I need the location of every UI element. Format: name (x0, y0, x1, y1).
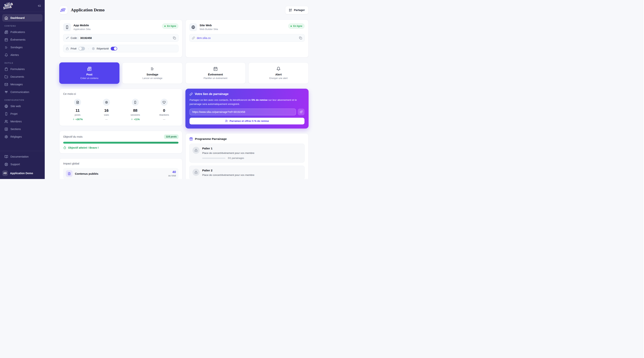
goal-title: Objectif du mois (63, 135, 82, 138)
heart-icon (161, 99, 168, 106)
life-buoy-icon (4, 163, 8, 166)
sidebar-item-label: Événements (10, 38, 26, 41)
impact-row: Contenus publiés 40 au total (63, 168, 178, 179)
status-cards-row: App Mobile Application Silia En ligne Co… (59, 19, 308, 57)
eye-target-icon (103, 99, 110, 106)
site-web-title: Site Web (200, 23, 218, 27)
open-link-button[interactable] (298, 109, 304, 115)
app-mobile-card: App Mobile Application Silia En ligne Co… (59, 19, 182, 57)
action-sondage[interactable]: Sondage Lancer un sondage (122, 62, 182, 84)
action-post[interactable]: Post Créer un contenu (59, 62, 120, 84)
sidebar-item-sondages[interactable]: Sondages (2, 43, 42, 51)
sidebar-item-label: Sections (10, 128, 21, 131)
sidebar-item-sections[interactable]: Sections (2, 125, 42, 133)
status-label: En ligne (293, 25, 302, 27)
copy-icon[interactable] (299, 36, 302, 39)
stat-value: 11 (63, 108, 92, 113)
user-plus-icon (225, 120, 228, 122)
sidebar-item-dashboard[interactable]: Dashboard (2, 14, 42, 21)
toggle-repertorie[interactable] (111, 47, 117, 50)
goal-progress-fill (63, 142, 178, 144)
sidebar: silia silia Dashboard CONTENU Publicatio… (0, 0, 45, 179)
action-evenement[interactable]: Événement Planifier un événement (186, 62, 246, 84)
globe-icon (189, 23, 197, 31)
sidebar-item-label: Documents (10, 75, 24, 78)
main-content: silia silia Application Demo Partager Ap… (45, 0, 322, 179)
sidebar-item-membres[interactable]: Membres (2, 118, 42, 125)
stat-trend: +11% (121, 118, 150, 121)
file-text-icon (74, 99, 81, 106)
tier-palier-2: Palier 2 Place de concert/événement pour… (189, 166, 305, 179)
sidebar-item-messages[interactable]: Messages (2, 81, 42, 88)
sidebar-item-formulaires[interactable]: Formulaires (2, 65, 42, 73)
referral-program-title: Programme Parrainage (195, 137, 227, 141)
code-value: 30192458 (80, 36, 92, 39)
goal-badge: 11/5 posts (164, 134, 178, 139)
referral-program-card: Programme Parrainage Palier 1 Place de c… (186, 133, 308, 179)
online-dot (290, 25, 292, 27)
sidebar-item-label: Communication (10, 90, 29, 93)
folder-icon (4, 75, 8, 79)
tier-title: Palier 2 (202, 169, 254, 172)
sidebar-item-support[interactable]: Support (2, 161, 42, 168)
circle-dot-icon (92, 47, 95, 50)
align-left-icon (150, 67, 154, 71)
sidebar-item-publications[interactable]: Publications (2, 28, 42, 36)
smartphone-icon (63, 23, 71, 31)
sidebar-item-documents[interactable]: Documents (2, 73, 42, 80)
stat-trend: — (150, 118, 178, 121)
sidebar-header: silia silia (0, 0, 45, 12)
referral-url-input[interactable]: https://www.silia.co/parrainage?ref=3019… (190, 109, 296, 115)
mail-icon (4, 83, 8, 86)
page-header-left: silia silia Application Demo (59, 6, 104, 14)
toggle-prive[interactable] (78, 47, 85, 50)
referral-link-card: Votre lien de parrainage Partagez ce lie… (186, 89, 308, 128)
action-title: Événement (208, 73, 223, 76)
key-icon (66, 36, 69, 39)
external-link-icon (300, 110, 302, 113)
app-mobile-subtitle: Application Silia (74, 28, 90, 30)
copy-icon[interactable] (173, 36, 176, 39)
sidebar-item-communication[interactable]: Communication (2, 88, 42, 96)
avatar: AD (2, 170, 8, 176)
lock-icon (66, 47, 69, 50)
qr-code-icon (289, 8, 292, 12)
action-subtitle: Lancer un sondage (142, 77, 162, 79)
sidebar-item-label: Messages (10, 83, 23, 86)
stat-trend: — (92, 118, 121, 121)
share-button[interactable]: Partager (285, 6, 308, 14)
gear-icon (4, 135, 8, 139)
action-alert[interactable]: Alert Envoyer une alert (248, 62, 308, 84)
globe-icon (4, 104, 8, 108)
referral-description: Partagez ce lien avec vos contacts. Ils … (190, 98, 304, 106)
impact-title: Impact global (63, 162, 178, 165)
home-icon (4, 16, 8, 20)
referral-share-button-label: Parrainez et offrez 5 % de remise (230, 120, 269, 122)
month-stats-card: Ce mois-ci 11 posts +267% 16 (59, 89, 182, 126)
gift-icon (189, 137, 193, 141)
sidebar-item-site-web[interactable]: Site web (2, 102, 42, 110)
site-link[interactable]: dem.silia.co (197, 36, 210, 39)
sidebar-item-label: Dashboard (10, 16, 24, 19)
logo-wordmark-echo: silia (60, 9, 65, 12)
trend-up-icon (131, 118, 133, 120)
tier-progress-label: 0/1 parrainages (228, 157, 244, 159)
bell-icon (4, 53, 8, 57)
sidebar-item-alertes[interactable]: Alertes (2, 51, 42, 59)
toggle-prive-label: Privé (70, 47, 76, 50)
action-subtitle: Planifier un événement (204, 77, 227, 79)
toggle-repertorie-label: Répertorié (97, 47, 109, 50)
left-column: Ce mois-ci 11 posts +267% 16 (59, 89, 182, 179)
sidebar-item-projet[interactable]: Projet (2, 110, 42, 117)
sidebar-item-documentation[interactable]: Documentation (2, 153, 42, 160)
referral-share-button[interactable]: Parrainez et offrez 5 % de remise (190, 118, 304, 124)
site-link-field: dem.silia.co (189, 34, 305, 42)
sidebar-item-reglages[interactable]: Réglages (2, 133, 42, 140)
account-switcher[interactable]: AD Application Demo (0, 168, 45, 179)
stat-label: posts (63, 113, 92, 116)
impact-row-value-sub: au total (168, 174, 176, 177)
sidebar-item-evenements[interactable]: Événements (2, 36, 42, 43)
stats-grid: 11 posts +267% 16 vues — (63, 99, 178, 121)
sidebar-item-label: Projet (10, 112, 18, 115)
sidebar-collapse-icon[interactable] (38, 4, 41, 8)
